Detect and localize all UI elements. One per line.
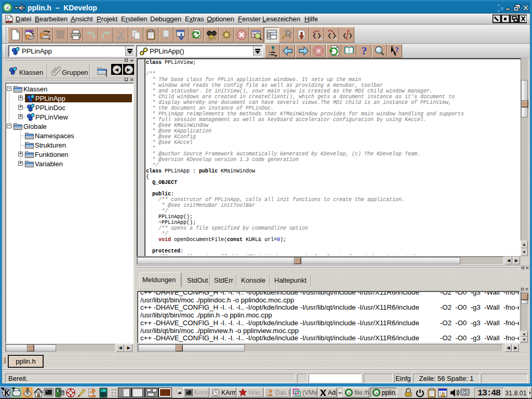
- svg-text:?: ?: [361, 45, 367, 57]
- svg-text:?: ?: [395, 46, 399, 54]
